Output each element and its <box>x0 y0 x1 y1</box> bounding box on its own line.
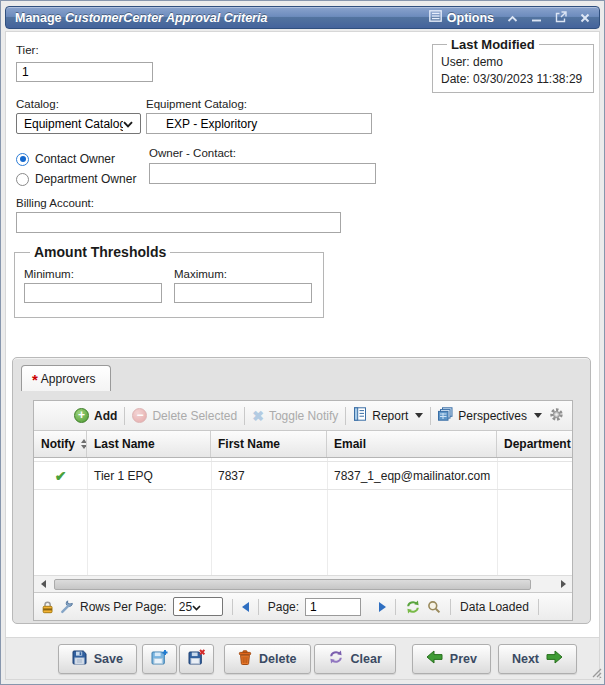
pager-separator <box>538 599 539 615</box>
scrollbar-thumb[interactable] <box>54 579 531 590</box>
window-title-emphasis: CustomerCenter Approval Criteria <box>65 11 267 25</box>
caret-down-icon <box>534 413 542 418</box>
options-label: Options <box>447 11 494 25</box>
arrow-left-icon <box>426 650 443 667</box>
caret-down-icon <box>415 413 423 418</box>
options-list-icon <box>429 10 442 25</box>
scroll-left-arrow[interactable] <box>37 580 49 588</box>
pager-separator <box>258 599 259 615</box>
minimize-icon <box>531 9 542 27</box>
amount-thresholds-fieldset: Amount Thresholds Minimum: Maximum: <box>14 244 324 318</box>
last-modified-legend: Last Modified <box>447 37 539 52</box>
column-header-department[interactable]: Department <box>497 431 572 457</box>
save-label: Save <box>94 652 123 666</box>
equipment-catalog-input[interactable] <box>146 113 372 134</box>
next-button[interactable]: Next <box>498 644 577 674</box>
chevron-down-icon <box>123 117 133 131</box>
report-dropdown-button[interactable]: Report <box>353 407 423 424</box>
radio-unselected-icon <box>16 173 29 186</box>
owner-contact-input[interactable] <box>149 163 376 184</box>
gear-icon <box>549 407 564 425</box>
grid-body: ✔ Tier 1 EPQ 7837 7837_1_eqp@mailinator.… <box>34 458 572 575</box>
save-add-icon <box>151 649 168 668</box>
clear-button[interactable]: Clear <box>314 644 396 674</box>
toolbar-separator <box>430 407 431 425</box>
window-title: Manage CustomerCenter Approval Criteria <box>15 11 267 25</box>
minimum-input[interactable] <box>24 283 162 303</box>
department-owner-radio[interactable]: Department Owner <box>16 172 136 186</box>
delete-button[interactable]: Delete <box>224 644 311 674</box>
contact-owner-label: Contact Owner <box>35 152 115 166</box>
toolbar-separator <box>345 407 346 425</box>
previous-page-arrow[interactable] <box>242 602 249 612</box>
tier-input[interactable] <box>16 62 153 82</box>
refresh-icon[interactable] <box>405 600 421 614</box>
equipment-catalog-label: Equipment Catalog: <box>146 98 247 110</box>
required-marker: * <box>32 375 38 385</box>
prev-button[interactable]: Prev <box>412 644 491 674</box>
billing-account-label: Billing Account: <box>16 197 94 209</box>
toolbar-separator <box>244 407 245 425</box>
radio-selected-icon <box>16 153 29 166</box>
prev-label: Prev <box>450 652 477 666</box>
save-button[interactable]: Save <box>58 644 137 674</box>
column-header-first-name-label: First Name <box>218 437 280 451</box>
tier-label: Tier: <box>16 44 39 56</box>
save-and-add-button[interactable] <box>142 644 177 674</box>
column-header-last-name[interactable]: Last Name <box>87 431 211 457</box>
rows-per-page-select[interactable]: 25 <box>173 597 223 616</box>
page-number-input[interactable] <box>305 598 361 616</box>
pager-separator <box>395 599 396 615</box>
amount-thresholds-legend: Amount Thresholds <box>30 244 170 260</box>
search-icon[interactable] <box>427 600 441 614</box>
close-button[interactable] <box>580 9 590 27</box>
owner-contact-label: Owner - Contact: <box>149 147 236 159</box>
tab-approvers[interactable]: * Approvers <box>21 365 111 391</box>
horizontal-scrollbar[interactable] <box>34 575 572 592</box>
wrench-icon[interactable] <box>60 600 74 614</box>
delete-label: Delete <box>259 652 297 666</box>
minimize-button[interactable] <box>531 9 542 27</box>
maximum-input[interactable] <box>174 283 312 303</box>
catalog-selected-value: Equipment Catalog <box>24 117 123 131</box>
resize-grip[interactable] <box>590 664 602 682</box>
grid-settings-button[interactable] <box>549 407 564 425</box>
save-and-close-button[interactable] <box>179 644 214 674</box>
delete-selected-button[interactable]: − Delete Selected <box>132 408 237 423</box>
contact-owner-radio[interactable]: Contact Owner <box>16 152 115 166</box>
delete-selected-icon: − <box>132 408 147 423</box>
collapse-button[interactable] <box>507 9 518 27</box>
pager-separator <box>232 599 233 615</box>
clear-refresh-icon <box>328 650 344 667</box>
next-page-arrow[interactable] <box>379 602 386 612</box>
add-button[interactable]: + Add <box>74 408 117 423</box>
column-header-notify[interactable]: Notify <box>34 431 87 457</box>
catalog-select[interactable]: Equipment Catalog <box>16 113 141 134</box>
report-icon <box>353 407 367 424</box>
lock-icon[interactable] <box>41 600 54 614</box>
billing-account-input[interactable] <box>16 212 341 233</box>
scroll-right-arrow[interactable] <box>557 580 569 588</box>
toggle-notify-button[interactable]: ✖ Toggle Notify <box>252 408 338 424</box>
tab-approvers-label: Approvers <box>41 372 96 386</box>
save-close-icon <box>188 649 205 668</box>
table-row[interactable]: ✔ Tier 1 EPQ 7837 7837_1_eqp@mailinator.… <box>34 461 572 490</box>
column-header-first-name[interactable]: First Name <box>211 431 327 457</box>
notify-check-icon: ✔ <box>55 468 67 484</box>
rows-per-page-label: Rows Per Page: <box>80 600 167 614</box>
popout-button[interactable] <box>555 9 567 27</box>
grid-pager: Rows Per Page: 25 Page: Data Loade <box>34 592 572 620</box>
trash-icon <box>238 650 252 668</box>
column-header-email[interactable]: Email <box>327 431 497 457</box>
minimum-label: Minimum: <box>24 268 164 280</box>
options-button[interactable]: Options <box>429 10 494 25</box>
window-body: Last Modified User: demo Date: 03/30/202… <box>5 31 600 680</box>
toggle-notify-icon: ✖ <box>252 408 264 424</box>
pager-status: Data Loaded <box>460 600 529 614</box>
grid-toolbar: + Add − Delete Selected ✖ Toggle Notify <box>34 401 572 431</box>
approvers-grid: + Add − Delete Selected ✖ Toggle Notify <box>33 400 573 621</box>
delete-selected-label: Delete Selected <box>152 409 237 423</box>
catalog-label: Catalog: <box>16 98 59 110</box>
perspectives-dropdown-button[interactable]: Perspectives <box>438 407 542 424</box>
save-icon <box>72 650 87 668</box>
